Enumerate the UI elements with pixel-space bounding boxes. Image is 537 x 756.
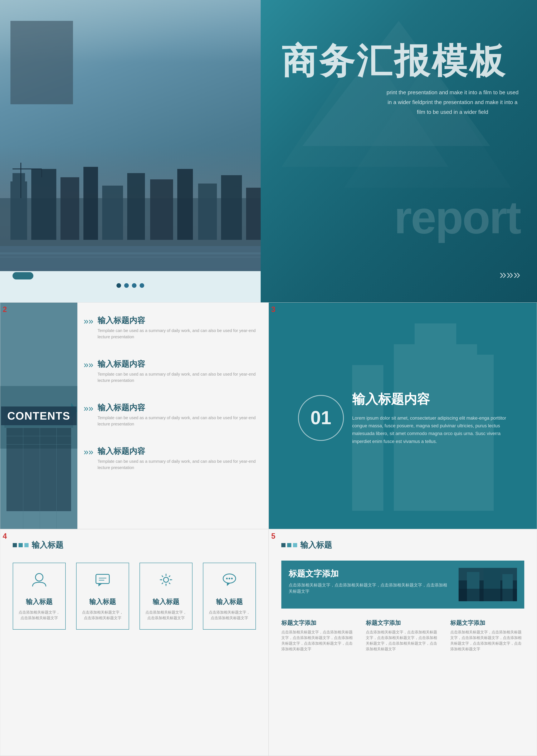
svg-rect-6 — [102, 186, 123, 240]
svg-marker-45 — [227, 583, 230, 586]
slide3-text-area: 输入标题内容 Lorem ipsum dolor sit amet, conse… — [352, 391, 520, 445]
svg-point-38 — [35, 573, 43, 581]
slide4-card-3-desc: 点击添加相关标题文字，点击添加相关标题文字 — [144, 609, 188, 621]
svg-point-43 — [163, 577, 169, 582]
slide-5: 5 输入标题 标题文字添加 点击添加相关标题文字，点击添加相关标题文字，点击添加… — [268, 529, 537, 756]
svg-marker-40 — [99, 583, 102, 586]
slide4-header: 输入标题 — [13, 540, 63, 550]
slide4-header-title: 输入标题 — [32, 540, 63, 550]
contents-item-2-title: 输入标题内容 — [98, 359, 262, 369]
slide1-title-chinese: 商务汇报模板 — [281, 38, 507, 85]
arrow-icon-1: »» — [84, 316, 94, 326]
contents-item-1-title: 输入标题内容 — [98, 315, 262, 326]
slide1-report-watermark: report — [394, 191, 520, 244]
slide4-cards-row: 输入标题 点击添加相关标题文字，点击添加相关标题文字 输入标题 点击添加相关标题… — [13, 563, 256, 630]
contents-item-4: »» 输入标题内容 Template can be used as a summ… — [84, 446, 262, 471]
slide4-card-1-desc: 点击添加相关标题文字，点击添加相关标题文字 — [17, 609, 61, 621]
slide-4: 4 输入标题 输入标题 点击添加相关标题文字，点击添加相关标题文字 — [0, 529, 268, 756]
arrow-icon-3: »» — [84, 403, 94, 413]
svg-rect-16 — [0, 246, 261, 271]
slide5-top-desc: 点击添加相关标题文字，点击添加相关标题文字，点击添加相关标题文字，点击添加相关标… — [289, 582, 450, 594]
slide1-oval-decoration — [13, 272, 33, 279]
svg-point-46 — [226, 578, 228, 579]
user-icon-1 — [31, 571, 48, 592]
contents-item-4-desc: Template can be used as a summary of dai… — [98, 458, 262, 471]
slide-2-number: 2 — [3, 305, 7, 314]
slide5-top-photo — [459, 568, 517, 601]
svg-rect-2 — [13, 173, 25, 182]
slide4-card-2: 输入标题 点击添加相关标题文字，点击添加相关标题文字 — [76, 563, 129, 630]
slide3-heading: 输入标题内容 — [352, 391, 520, 408]
slide3-body-text: Lorem ipsum dolor sit amet, consectetuer… — [352, 414, 520, 445]
slide-2: 2 C — [0, 302, 268, 529]
svg-rect-3 — [31, 169, 56, 240]
slide5-col-3-desc: 点击添加相关标题文字，点击添加相关标题文字，点击添加相关标题文字，点击添加相关标… — [450, 629, 524, 652]
slide5-top-title: 标题文字添加 — [289, 568, 450, 579]
slide4-card-4-desc: 点击添加相关标题文字，点击添加相关标题文字 — [208, 609, 251, 621]
slide5-content: 标题文字添加 点击添加相关标题文字，点击添加相关标题文字，点击添加相关标题文字，… — [281, 540, 524, 743]
slide3-number-display: 01 — [310, 407, 331, 429]
contents-item-1-desc: Template can be used as a summary of dai… — [98, 327, 262, 340]
contents-item-2-desc: Template can be used as a summary of dai… — [98, 371, 262, 384]
svg-rect-7 — [127, 173, 145, 240]
chat-icon-2 — [94, 571, 111, 592]
dot-1[interactable] — [117, 283, 121, 288]
slide1-navigation-dots — [117, 283, 144, 288]
slide-5-number: 5 — [271, 532, 275, 541]
speech-icon-4 — [221, 571, 238, 592]
slide2-left-photo: CONTENTS — [0, 303, 77, 529]
slide2-photo-bg: CONTENTS — [0, 303, 77, 529]
slide5-col-1-desc: 点击添加相关标题文字，点击添加相关标题文字，点击添加相关标题文字，点击添加相关标… — [281, 629, 355, 652]
slide5-col-3-title: 标题文字添加 — [450, 619, 524, 627]
slide4-card-3-title: 输入标题 — [153, 597, 179, 607]
slide-3: 3 01 输入标题内容 Lorem ipsum dolor sit amet, … — [268, 302, 537, 529]
svg-rect-18 — [0, 257, 261, 258]
svg-rect-11 — [221, 175, 242, 240]
slide1-left-panel — [0, 0, 261, 292]
svg-rect-10 — [198, 184, 217, 240]
sq-light — [24, 543, 28, 547]
slide4-card-1: 输入标题 点击添加相关标题文字，点击添加相关标题文字 — [13, 563, 66, 630]
slide-3-number: 3 — [271, 305, 275, 314]
arrow-icon-4: »» — [84, 447, 94, 457]
contents-item-2: »» 输入标题内容 Template can be used as a summ… — [84, 359, 262, 384]
dot-2[interactable] — [124, 283, 129, 288]
svg-rect-4 — [61, 177, 79, 240]
slide5-col-1: 标题文字添加 点击添加相关标题文字，点击添加相关标题文字，点击添加相关标题文字，… — [281, 619, 355, 652]
svg-rect-9 — [177, 169, 193, 240]
slide5-top-text: 标题文字添加 点击添加相关标题文字，点击添加相关标题文字，点击添加相关标题文字，… — [289, 568, 450, 594]
slide5-col-3: 标题文字添加 点击添加相关标题文字，点击添加相关标题文字，点击添加相关标题文字，… — [450, 619, 524, 652]
slide5-col-2-title: 标题文字添加 — [366, 619, 440, 627]
svg-rect-17 — [0, 252, 261, 254]
slide4-card-3: 输入标题 点击添加相关标题文字，点击添加相关标题文字 — [140, 563, 192, 630]
svg-point-48 — [231, 578, 233, 579]
slide4-card-2-desc: 点击添加相关标题文字，点击添加相关标题文字 — [81, 609, 125, 621]
svg-point-47 — [228, 578, 230, 579]
slide-4-number: 4 — [3, 532, 7, 541]
slide1-subtitle: print the presentation and make it into … — [385, 88, 520, 117]
slide1-city-image — [0, 0, 261, 271]
svg-rect-5 — [83, 167, 98, 240]
slide4-card-4-title: 输入标题 — [216, 597, 243, 607]
slide5-col-2-desc: 点击添加相关标题文字，点击添加相关标题文字，点击添加相关标题文字，点击添加相关标… — [366, 629, 440, 652]
svg-rect-54 — [459, 589, 517, 601]
gear-icon-3 — [158, 571, 174, 592]
contents-item-1: »» 输入标题内容 Template can be used as a summ… — [84, 315, 262, 340]
slide5-col-1-title: 标题文字添加 — [281, 619, 355, 627]
svg-rect-26 — [7, 428, 71, 511]
slide4-header-squares — [13, 543, 28, 547]
slide4-card-4: 输入标题 点击添加相关标题文字，点击添加相关标题文字 — [203, 563, 256, 630]
svg-rect-12 — [246, 188, 261, 240]
contents-item-4-title: 输入标题内容 — [98, 446, 262, 456]
slide1-arrows: »»» — [499, 267, 520, 281]
slides-container: 商务汇报模板 print the presentation and make i… — [0, 0, 537, 756]
sq-dark — [13, 543, 17, 547]
slide2-right-content: »» 输入标题内容 Template can be used as a summ… — [84, 315, 262, 489]
dot-4[interactable] — [140, 283, 144, 288]
arrow-icon-2: »» — [84, 360, 94, 370]
dot-3[interactable] — [132, 283, 137, 288]
contents-item-3-title: 输入标题内容 — [98, 402, 262, 413]
slide3-circle: 01 — [298, 395, 344, 441]
slide2-contents-label: CONTENTS — [1, 406, 76, 425]
slide4-card-1-title: 输入标题 — [26, 597, 53, 607]
